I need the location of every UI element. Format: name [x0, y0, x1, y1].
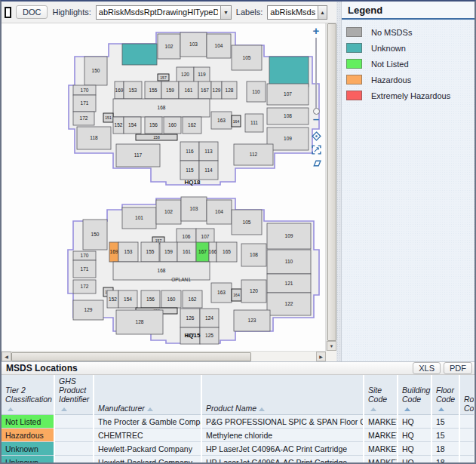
room-label: 102 [165, 44, 174, 49]
legend-label: Unknown [371, 44, 406, 53]
room-label: 106 [183, 234, 191, 239]
zoom-fit-icon[interactable] [312, 145, 321, 155]
table-row[interactable]: UnknownHewlett-Packard CompanyHP LaserJe… [2, 456, 474, 464]
export-pdf-button[interactable]: PDF [444, 362, 472, 374]
column-header-4[interactable]: Site Code [364, 375, 398, 415]
floor-room[interactable] [122, 44, 157, 65]
room-label: 166 [209, 249, 217, 254]
table-cell: Hewlett-Packard Company [94, 456, 201, 464]
room-label: 120 [250, 288, 258, 293]
highlights-combobox[interactable]: ▼ [96, 5, 232, 20]
column-header-1[interactable]: GHS Product Identifier [54, 375, 94, 415]
labels-input[interactable] [268, 6, 317, 19]
room-label: 154 [124, 297, 132, 302]
legend-label: Not Listed [371, 60, 409, 69]
room-label: 122 [285, 301, 293, 306]
room-label: 172 [81, 284, 89, 289]
room-label: 172 [80, 115, 88, 121]
doc-button[interactable]: DOC [16, 5, 48, 19]
chevron-down-icon[interactable]: ▼ [220, 6, 231, 19]
legend-label: No MSDSs [371, 28, 412, 37]
room-label: 161 [183, 249, 191, 254]
room-label: 152 [115, 122, 123, 128]
table-row[interactable]: Not ListedThe Procter & Gamble CompanyP&… [2, 415, 474, 429]
zoom-controls: + – [309, 26, 323, 168]
room-label: 117 [134, 152, 143, 158]
msds-report-window: DOC Highlights: ▼ Labels: ▲ 102103104105… [0, 0, 476, 464]
highlights-input[interactable] [97, 6, 220, 19]
column-header-6[interactable]: Floor Code [431, 375, 459, 415]
sort-icon[interactable] [8, 407, 14, 411]
column-header-2[interactable]: Manufacturer [94, 375, 201, 415]
floorplan-canvas[interactable]: 1021031041051501201191571691531551591611… [2, 23, 326, 351]
room-label: 104 [215, 209, 223, 214]
table-cell: MARKET [364, 429, 398, 442]
column-header-0[interactable]: Tier 2 Classification [2, 375, 54, 415]
top-region: DOC Highlights: ▼ Labels: ▲ 102103104105… [2, 2, 474, 361]
room-label: 169 [115, 88, 124, 93]
msds-panel-title: MSDS Locations [6, 363, 410, 373]
horizontal-scrollbar[interactable]: ◀ ▶ [2, 351, 326, 361]
labels-combobox[interactable]: ▲ [267, 5, 327, 20]
msds-locations-panel: MSDS Locations XLS PDF Tier 2 Classifica… [2, 361, 474, 462]
vertical-scrollbar-thumb[interactable] [327, 23, 336, 341]
room-label: 109 [285, 233, 293, 238]
column-header-3[interactable]: Product Name [201, 375, 364, 415]
scroll-down-icon[interactable]: ▼ [327, 341, 336, 351]
table-cell: 15 [431, 429, 459, 442]
scroll-up-icon[interactable]: ▲ [318, 6, 327, 19]
legend-swatch [346, 59, 362, 69]
table-cell [54, 442, 94, 456]
scroll-left-icon[interactable]: ◀ [2, 352, 11, 361]
sort-icon[interactable] [370, 407, 376, 411]
room-label: 128 [226, 88, 234, 93]
column-header-7[interactable]: Room Code [459, 375, 474, 415]
pan-center-icon[interactable] [312, 131, 321, 141]
room-label: 101 [135, 215, 143, 220]
room-label: 118 [90, 135, 98, 140]
floor-room[interactable] [269, 57, 309, 87]
room-label: 129 [84, 307, 93, 312]
room-label: 119 [198, 72, 206, 77]
room-label: 108 [250, 252, 258, 257]
classification-cell: Not Listed [2, 415, 54, 429]
maximize-panel-icon[interactable] [5, 7, 11, 18]
msds-panel-header: MSDS Locations XLS PDF [2, 362, 474, 375]
room-label: 170 [81, 88, 89, 93]
room-label: 113 [204, 149, 213, 154]
zoom-in-icon[interactable]: + [313, 26, 320, 35]
table-cell [54, 429, 94, 442]
isometric-view-icon[interactable] [312, 158, 321, 168]
table-row[interactable]: UnknownHewlett-Packard CompanyHP LaserJe… [2, 442, 474, 456]
sort-icon[interactable] [404, 407, 410, 411]
legend-label: Extremely Hazardous [371, 91, 450, 100]
scroll-right-icon[interactable]: ▶ [316, 352, 326, 361]
vertical-scrollbar[interactable]: ▼ [326, 23, 336, 351]
room-label: 163 [217, 290, 226, 295]
zoom-slider-track[interactable] [315, 38, 317, 109]
zoom-out-icon[interactable]: – [313, 115, 319, 124]
room-label: 104 [215, 43, 223, 48]
room-label: 159 [164, 249, 173, 254]
scrollbar-track[interactable] [251, 352, 316, 361]
scrollbar-corner [326, 351, 336, 361]
sort-icon[interactable] [61, 407, 67, 411]
sort-icon[interactable] [147, 407, 153, 411]
legend-item: Not Listed [346, 56, 474, 72]
room-label: 158 [153, 135, 160, 140]
sort-icon[interactable] [438, 407, 444, 411]
legend-swatch [346, 91, 362, 100]
room-label: 126 [186, 315, 195, 321]
horizontal-scrollbar-thumb[interactable] [11, 352, 251, 361]
room-label: 165 [223, 249, 231, 254]
column-header-5[interactable]: Building Code [398, 375, 431, 415]
export-xls-button[interactable]: XLS [413, 362, 441, 374]
sort-icon[interactable] [259, 407, 265, 411]
drawing-toolbar: DOC Highlights: ▼ Labels: ▲ [2, 2, 336, 23]
legend-swatch [346, 43, 362, 53]
room-label: 170 [81, 253, 89, 258]
table-cell [54, 456, 94, 464]
legend-items: No MSDSsUnknownNot ListedHazardousExtrem… [342, 20, 474, 103]
table-row[interactable]: HazardousCHEMTRECMethylene chlorideMARKE… [2, 429, 474, 442]
room-label: 107 [284, 91, 292, 97]
